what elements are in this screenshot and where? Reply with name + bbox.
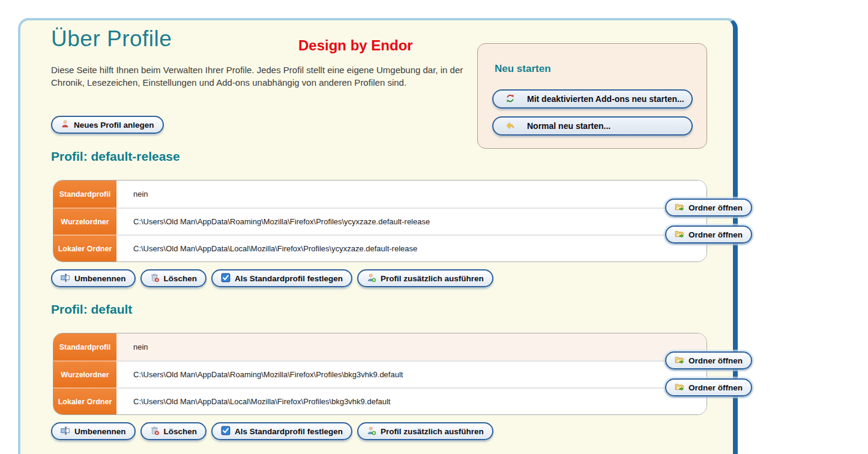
- restart-box: Neu starten Mit deaktivierten Add-ons ne…: [477, 43, 707, 149]
- undo-icon: [505, 121, 515, 132]
- profile-actions: Umbenennen Löschen: [51, 422, 708, 440]
- row-value: nein: [116, 333, 707, 360]
- launch-profile-label: Profil zusätzlich ausführen: [381, 427, 484, 436]
- rename-label: Umbenennen: [74, 427, 126, 436]
- table-row-default-profile: Standardprofil nein: [53, 181, 707, 208]
- refresh-icon: [505, 94, 515, 105]
- profile-table: Standardprofil nein Wurzelordner C:\User…: [53, 333, 707, 415]
- delete-label: Löschen: [164, 274, 197, 283]
- open-folder-label: Ordner öffnen: [689, 383, 743, 392]
- rename-button[interactable]: Umbenennen: [51, 422, 136, 440]
- trash-delete-icon: [150, 273, 160, 284]
- page-description: Diese Seite hilft Ihnen beim Verwalten I…: [51, 64, 474, 89]
- open-local-folder-button[interactable]: Ordner öffnen: [665, 226, 752, 243]
- rename-icon: [61, 273, 70, 284]
- create-profile-button[interactable]: Neues Profil anlegen: [51, 116, 164, 134]
- delete-button[interactable]: Löschen: [140, 269, 207, 287]
- design-watermark: Design by Endor: [298, 37, 413, 54]
- restart-addons-disabled-button[interactable]: Mit deaktivierten Add-ons neu starten...: [492, 89, 693, 109]
- launch-profile-button[interactable]: Profil zusätzlich ausführen: [357, 269, 493, 287]
- delete-label: Löschen: [164, 427, 197, 436]
- row-label: Lokaler Ordner: [53, 387, 116, 414]
- create-profile-label: Neues Profil anlegen: [74, 121, 154, 130]
- checkbox-checked-icon: [221, 426, 231, 437]
- open-folder-label: Ordner öffnen: [689, 203, 743, 212]
- table-row-local-folder: Lokaler Ordner C:\Users\Old Man\AppData\…: [53, 234, 707, 261]
- restart-addons-disabled-label: Mit deaktivierten Add-ons neu starten...: [527, 94, 684, 104]
- checkbox-checked-icon: [221, 273, 231, 284]
- launch-profile-label: Profil zusätzlich ausführen: [381, 274, 484, 283]
- restart-normal-button[interactable]: Normal neu starten...: [492, 116, 693, 136]
- rename-icon: [61, 426, 70, 437]
- person-add-icon: [367, 273, 376, 284]
- open-folder-label: Ordner öffnen: [689, 230, 743, 239]
- row-value: C:\Users\Old Man\AppData\Roaming\Mozilla…: [116, 360, 707, 387]
- main-panel: Über Profile Design by Endor Diese Seite…: [18, 18, 738, 454]
- rename-button[interactable]: Umbenennen: [51, 269, 136, 287]
- table-row-root-folder: Wurzelordner C:\Users\Old Man\AppData\Ro…: [53, 360, 707, 387]
- set-default-label: Als Standardprofil festlegen: [235, 274, 343, 283]
- restart-box-title: Neu starten: [495, 63, 707, 75]
- profile-heading: Profil: default: [51, 302, 708, 317]
- trash-delete-icon: [150, 426, 160, 437]
- folder-open-icon: [675, 229, 684, 240]
- rename-label: Umbenennen: [74, 274, 126, 283]
- launch-profile-button[interactable]: Profil zusätzlich ausführen: [357, 422, 493, 440]
- table-row-default-profile: Standardprofil nein: [53, 333, 707, 360]
- profile-section-default-release: Profil: default-release Standardprofil n…: [51, 149, 708, 287]
- row-label: Wurzelordner: [53, 360, 116, 387]
- profile-table: Standardprofil nein Wurzelordner C:\User…: [53, 180, 707, 262]
- folder-open-icon: [675, 382, 684, 393]
- delete-button[interactable]: Löschen: [140, 422, 207, 440]
- folder-open-icon: [675, 202, 684, 214]
- restart-normal-label: Normal neu starten...: [527, 121, 610, 131]
- person-red-icon: [61, 119, 70, 130]
- open-local-folder-button[interactable]: Ordner öffnen: [665, 378, 752, 396]
- row-value: C:\Users\Old Man\AppData\Local\Mozilla\F…: [116, 234, 707, 261]
- table-row-root-folder: Wurzelordner C:\Users\Old Man\AppData\Ro…: [53, 208, 707, 234]
- open-folder-label: Ordner öffnen: [689, 356, 743, 365]
- person-add-icon: [367, 426, 376, 437]
- row-value: nein: [116, 181, 707, 208]
- open-root-folder-button[interactable]: Ordner öffnen: [665, 199, 752, 217]
- row-label: Wurzelordner: [53, 208, 116, 234]
- open-root-folder-button[interactable]: Ordner öffnen: [665, 351, 752, 369]
- row-value: C:\Users\Old Man\AppData\Local\Mozilla\F…: [116, 387, 707, 414]
- row-label: Lokaler Ordner: [53, 234, 116, 261]
- profile-actions: Umbenennen Löschen: [51, 269, 708, 287]
- row-label: Standardprofil: [53, 181, 116, 208]
- folder-open-icon: [675, 355, 684, 366]
- table-row-local-folder: Lokaler Ordner C:\Users\Old Man\AppData\…: [53, 387, 707, 414]
- row-label: Standardprofil: [53, 333, 116, 360]
- set-default-profile-button[interactable]: Als Standardprofil festlegen: [211, 422, 352, 440]
- profile-section-default: Profil: default Standardprofil nein Wurz…: [51, 302, 708, 440]
- profile-heading: Profil: default-release: [51, 149, 708, 164]
- row-value: C:\Users\Old Man\AppData\Roaming\Mozilla…: [116, 208, 707, 234]
- page-title: Über Profile: [51, 26, 172, 52]
- set-default-label: Als Standardprofil festlegen: [235, 427, 343, 436]
- set-default-profile-button[interactable]: Als Standardprofil festlegen: [211, 269, 352, 287]
